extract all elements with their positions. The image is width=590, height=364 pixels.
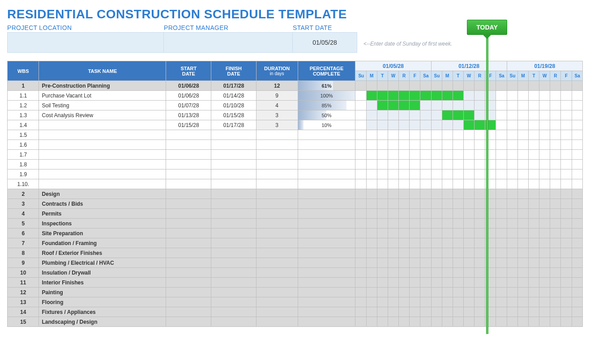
- percent-cell[interactable]: [298, 209, 355, 219]
- table-row[interactable]: 1.8: [8, 160, 583, 169]
- table-row[interactable]: 13Flooring: [8, 297, 583, 307]
- finish-cell[interactable]: [211, 297, 257, 307]
- percent-cell[interactable]: [298, 229, 355, 238]
- percent-cell[interactable]: [298, 130, 355, 140]
- percent-cell[interactable]: [298, 219, 355, 229]
- duration-cell[interactable]: [256, 209, 298, 219]
- table-row[interactable]: 1Pre-Construction Planning01/06/2801/17/…: [8, 81, 583, 91]
- start-cell[interactable]: [166, 160, 211, 169]
- duration-cell[interactable]: [256, 189, 298, 199]
- finish-cell[interactable]: [211, 160, 257, 169]
- duration-cell[interactable]: [256, 317, 298, 327]
- duration-cell[interactable]: [256, 140, 298, 150]
- percent-cell[interactable]: [298, 238, 355, 248]
- start-cell[interactable]: 01/07/28: [166, 101, 211, 110]
- duration-cell[interactable]: 12: [256, 81, 298, 91]
- wbs-cell[interactable]: 15: [8, 317, 39, 327]
- table-row[interactable]: 6Site Preparation: [8, 229, 583, 238]
- start-cell[interactable]: [166, 278, 211, 288]
- task-cell[interactable]: [39, 179, 166, 189]
- percent-cell[interactable]: 50%: [298, 110, 355, 120]
- wbs-cell[interactable]: 9: [8, 258, 39, 268]
- table-row[interactable]: 8Roof / Exterior Finishes: [8, 248, 583, 258]
- start-cell[interactable]: [166, 150, 211, 160]
- duration-cell[interactable]: [256, 179, 298, 189]
- start-cell[interactable]: [166, 130, 211, 140]
- percent-cell[interactable]: 10%: [298, 120, 355, 130]
- percent-cell[interactable]: [298, 169, 355, 179]
- finish-cell[interactable]: [211, 209, 257, 219]
- percent-cell[interactable]: [298, 150, 355, 160]
- finish-cell[interactable]: [211, 150, 257, 160]
- finish-cell[interactable]: [211, 317, 257, 327]
- start-cell[interactable]: [166, 169, 211, 179]
- wbs-cell[interactable]: 12: [8, 288, 39, 297]
- wbs-cell[interactable]: 1.2: [8, 101, 39, 110]
- wbs-cell[interactable]: 14: [8, 307, 39, 317]
- table-row[interactable]: 10Insulation / Drywall: [8, 268, 583, 278]
- duration-cell[interactable]: 9: [256, 91, 298, 101]
- duration-cell[interactable]: [256, 160, 298, 169]
- percent-cell[interactable]: [298, 297, 355, 307]
- task-cell[interactable]: [39, 140, 166, 150]
- table-row[interactable]: 1.10.: [8, 179, 583, 189]
- finish-cell[interactable]: 01/17/28: [211, 81, 257, 91]
- wbs-cell[interactable]: 4: [8, 209, 39, 219]
- start-date-input[interactable]: 01/05/28: [293, 32, 357, 53]
- duration-cell[interactable]: [256, 229, 298, 238]
- task-cell[interactable]: Painting: [39, 288, 166, 297]
- table-row[interactable]: 11Interior Finishes: [8, 278, 583, 288]
- wbs-cell[interactable]: 1.3: [8, 110, 39, 120]
- finish-cell[interactable]: [211, 219, 257, 229]
- start-cell[interactable]: [166, 179, 211, 189]
- project-location-input[interactable]: [7, 32, 164, 53]
- finish-cell[interactable]: 01/17/28: [211, 120, 257, 130]
- wbs-cell[interactable]: 1.7: [8, 150, 39, 160]
- table-row[interactable]: 15Landscaping / Design: [8, 317, 583, 327]
- table-row[interactable]: 1.5: [8, 130, 583, 140]
- duration-cell[interactable]: [256, 150, 298, 160]
- percent-cell[interactable]: [298, 268, 355, 278]
- duration-cell[interactable]: [256, 248, 298, 258]
- finish-cell[interactable]: [211, 307, 257, 317]
- wbs-cell[interactable]: 8: [8, 248, 39, 258]
- wbs-cell[interactable]: 5: [8, 219, 39, 229]
- duration-cell[interactable]: [256, 199, 298, 209]
- wbs-cell[interactable]: 1.6: [8, 140, 39, 150]
- task-cell[interactable]: [39, 169, 166, 179]
- task-cell[interactable]: Interior Finishes: [39, 278, 166, 288]
- start-cell[interactable]: [166, 268, 211, 278]
- task-cell[interactable]: Foundation / Framing: [39, 238, 166, 248]
- percent-cell[interactable]: [298, 140, 355, 150]
- percent-cell[interactable]: [298, 278, 355, 288]
- table-row[interactable]: 4Permits: [8, 209, 583, 219]
- percent-cell[interactable]: [298, 248, 355, 258]
- start-cell[interactable]: [166, 317, 211, 327]
- wbs-cell[interactable]: 1.8: [8, 160, 39, 169]
- duration-cell[interactable]: 4: [256, 101, 298, 110]
- table-row[interactable]: 7Foundation / Framing: [8, 238, 583, 248]
- task-cell[interactable]: [39, 150, 166, 160]
- task-cell[interactable]: Design: [39, 189, 166, 199]
- table-row[interactable]: 2Design: [8, 189, 583, 199]
- start-cell[interactable]: 01/13/28: [166, 110, 211, 120]
- percent-cell[interactable]: [298, 288, 355, 297]
- wbs-cell[interactable]: 1.5: [8, 130, 39, 140]
- wbs-cell[interactable]: 13: [8, 297, 39, 307]
- table-row[interactable]: 3Contracts / Bids: [8, 199, 583, 209]
- task-cell[interactable]: Pre-Construction Planning: [39, 81, 166, 91]
- finish-cell[interactable]: [211, 169, 257, 179]
- project-manager-input[interactable]: [164, 32, 293, 53]
- percent-cell[interactable]: [298, 199, 355, 209]
- table-row[interactable]: 12Painting: [8, 288, 583, 297]
- table-row[interactable]: 1.2Soil Testing01/07/2801/10/28485%: [8, 101, 583, 110]
- finish-cell[interactable]: 01/10/28: [211, 101, 257, 110]
- finish-cell[interactable]: [211, 130, 257, 140]
- finish-cell[interactable]: 01/15/28: [211, 110, 257, 120]
- task-cell[interactable]: Soil Testing: [39, 101, 166, 110]
- percent-cell[interactable]: [298, 189, 355, 199]
- task-cell[interactable]: Cost Analysis Review: [39, 110, 166, 120]
- percent-cell[interactable]: [298, 258, 355, 268]
- wbs-cell[interactable]: 7: [8, 238, 39, 248]
- start-cell[interactable]: [166, 238, 211, 248]
